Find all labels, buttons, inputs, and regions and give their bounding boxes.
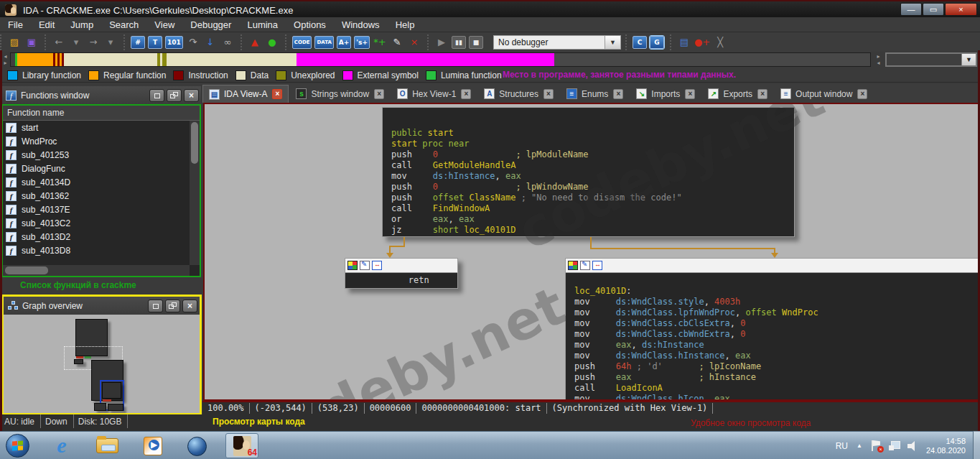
make-data-icon[interactable]: DATA xyxy=(314,36,333,49)
tab-close-icon[interactable]: × xyxy=(461,89,471,99)
show-hidden-icons-button[interactable]: ▲ xyxy=(857,442,862,449)
save-file-icon[interactable]: ▣ xyxy=(24,36,39,49)
functions-horizontal-scrollbar[interactable] xyxy=(3,265,190,276)
language-indicator[interactable]: RU xyxy=(836,441,848,451)
maximize-panel-button[interactable] xyxy=(148,300,163,312)
show-desktop-button[interactable] xyxy=(973,431,980,459)
tab-enums[interactable]: ≡Enums× xyxy=(561,85,629,103)
graph-overview-titlebar[interactable]: Graph overview × xyxy=(4,297,200,315)
clock[interactable]: 14:58 24.08.2020 xyxy=(926,437,966,455)
search-next-icon[interactable]: ∞ xyxy=(220,36,235,49)
search-binary-icon[interactable]: 101 xyxy=(165,36,183,49)
windows-explorer-icon[interactable] xyxy=(93,433,122,458)
functions-vertical-scrollbar[interactable] xyxy=(190,121,200,265)
tab-ida-view-a[interactable]: ▤IDA View-A× xyxy=(202,85,289,103)
make-function-icon[interactable]: *+ xyxy=(373,36,387,49)
function-name-column-header[interactable]: Function name xyxy=(3,106,200,121)
close-panel-button[interactable]: × xyxy=(184,89,199,102)
graph-node-retn[interactable]: retn xyxy=(345,258,458,289)
function-list-item[interactable]: fsub_4013C2 xyxy=(3,216,190,230)
function-list-item[interactable]: fsub_401253 xyxy=(3,148,190,162)
menu-item-windows[interactable]: Windows xyxy=(334,17,388,32)
media-player-icon[interactable] xyxy=(139,433,168,458)
tab-close-icon[interactable]: × xyxy=(272,89,282,99)
navband-right-arrows[interactable]: ▸◂ xyxy=(874,53,882,67)
maximize-panel-button[interactable] xyxy=(149,89,164,102)
function-list-item[interactable]: fsub_40134D xyxy=(3,175,190,189)
jump-address-icon[interactable]: ↓ xyxy=(203,36,218,49)
volume-icon[interactable] xyxy=(907,441,919,451)
tab-close-icon[interactable]: × xyxy=(613,89,623,99)
function-list-item[interactable]: fsub_401362 xyxy=(3,189,190,203)
debugger-select[interactable]: No debugger ▼ xyxy=(493,35,621,50)
internet-explorer-icon[interactable]: e xyxy=(47,433,76,458)
tab-strings-window[interactable]: sStrings window× xyxy=(290,85,390,103)
close-button[interactable]: × xyxy=(945,3,977,16)
nav-back-icon[interactable]: ← xyxy=(52,36,66,49)
function-list-item[interactable]: fDialogFunc xyxy=(3,162,190,175)
menu-item-jump[interactable]: Jump xyxy=(62,17,101,32)
breakpoint-icon[interactable]: ●+ xyxy=(694,36,710,49)
network-icon[interactable] xyxy=(889,441,900,451)
debug-pause-icon[interactable]: ▮▮ xyxy=(452,36,466,49)
browser-app-icon[interactable] xyxy=(183,433,212,458)
ida-taskbar-button[interactable]: 64 xyxy=(225,433,258,458)
close-panel-button[interactable]: × xyxy=(182,300,197,312)
node-group-icon[interactable] xyxy=(592,261,602,270)
node-edit-icon[interactable] xyxy=(580,261,590,270)
calculator-icon[interactable]: ▤ xyxy=(677,36,691,49)
node-group-icon[interactable] xyxy=(372,261,382,270)
function-list-item[interactable]: fsub_40137E xyxy=(3,203,190,216)
nav-forward-menu-icon[interactable]: ▾ xyxy=(103,36,118,49)
function-list-item[interactable]: fsub_4013D8 xyxy=(3,244,190,257)
ida-view-graph[interactable]: codeby.net codeby.net public startstart … xyxy=(203,103,980,401)
graph-node-loc40101d[interactable]: loc_40101D:mov ds:WndClass.style, 4003hm… xyxy=(565,258,980,401)
debug-stop-icon[interactable]: ■ xyxy=(469,36,483,49)
menu-item-file[interactable]: File xyxy=(0,17,31,32)
tab-close-icon[interactable]: × xyxy=(543,89,554,99)
make-name-icon[interactable]: A+ xyxy=(337,36,352,49)
nav-forward-icon[interactable]: → xyxy=(86,36,101,49)
function-list-item[interactable]: fsub_4013D2 xyxy=(3,230,190,244)
node-color-icon[interactable] xyxy=(347,261,358,270)
navband-left-arrows[interactable]: ◂▸ xyxy=(1,53,9,67)
maximize-button[interactable]: ▭ xyxy=(923,3,944,16)
analysis-indicator-icon[interactable]: ● xyxy=(265,36,279,49)
jump-xref-icon[interactable]: ↷ xyxy=(186,36,200,49)
tab-close-icon[interactable]: × xyxy=(374,89,384,99)
chevron-down-icon[interactable]: ▼ xyxy=(605,36,620,49)
scrollbar-thumb[interactable] xyxy=(191,122,198,164)
node-color-icon[interactable] xyxy=(568,261,578,270)
minimize-button[interactable]: — xyxy=(900,3,922,16)
navband-scale-select[interactable]: ▼ xyxy=(885,52,977,67)
tab-close-icon[interactable]: × xyxy=(757,89,767,99)
navigation-band[interactable] xyxy=(10,52,871,67)
menu-item-debugger[interactable]: Debugger xyxy=(182,17,239,32)
menu-item-lumina[interactable]: Lumina xyxy=(239,17,286,32)
tab-close-icon[interactable]: × xyxy=(685,89,695,99)
menu-item-options[interactable]: Options xyxy=(286,17,334,32)
make-string-icon[interactable]: 's+ xyxy=(354,36,370,49)
chevron-down-icon[interactable]: ▼ xyxy=(961,54,976,65)
debug-run-icon[interactable]: ▶ xyxy=(434,36,449,49)
tab-close-icon[interactable]: × xyxy=(857,89,867,99)
tab-hex-view-1[interactable]: OHex View-1× xyxy=(391,85,477,103)
search-immediate-icon[interactable]: # xyxy=(131,36,145,49)
graph-overview-minimap[interactable] xyxy=(4,315,200,413)
menu-item-help[interactable]: Help xyxy=(388,17,423,32)
open-file-icon[interactable]: ▨ xyxy=(7,36,22,49)
tab-exports[interactable]: ↗Exports× xyxy=(702,85,773,103)
function-list-item[interactable]: fWndProc xyxy=(3,134,190,148)
float-panel-button[interactable] xyxy=(165,300,180,312)
node-edit-icon[interactable] xyxy=(360,261,370,270)
functions-window-titlebar[interactable]: f Functions window × xyxy=(1,86,201,104)
undefine-icon[interactable]: × xyxy=(407,36,421,49)
menu-item-search[interactable]: Search xyxy=(101,17,146,32)
edit-comment-icon[interactable]: ✎ xyxy=(390,36,404,49)
tab-output-window[interactable]: ≡Output window× xyxy=(775,85,873,103)
nav-back-menu-icon[interactable]: ▾ xyxy=(69,36,83,49)
scrollbar-thumb[interactable] xyxy=(5,266,48,274)
attach-process-icon[interactable]: C xyxy=(633,36,647,49)
menu-item-edit[interactable]: Edit xyxy=(31,17,62,32)
problems-list-icon[interactable]: ▲ xyxy=(248,36,262,49)
